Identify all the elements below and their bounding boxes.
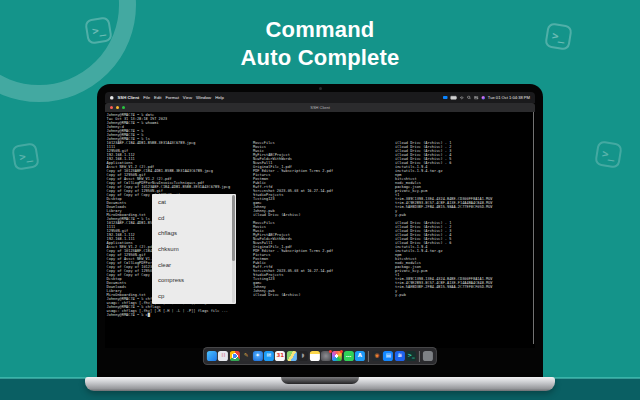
menu-bar: SSH Client File Edit Format View Window … xyxy=(105,92,535,103)
keynote-icon[interactable]: ▤ xyxy=(383,351,393,361)
app-store-icon[interactable]: A xyxy=(355,351,365,361)
menu-item-edit[interactable]: Edit xyxy=(154,95,161,100)
search-icon[interactable] xyxy=(467,96,471,100)
dropdown-scrollbar-thumb[interactable] xyxy=(232,195,235,261)
autocomplete-item-cat[interactable]: cat xyxy=(152,194,236,210)
settings-icon[interactable] xyxy=(321,351,331,361)
notes-icon[interactable] xyxy=(309,351,319,361)
laptop-base xyxy=(85,377,555,391)
title-line-1: Command xyxy=(0,16,640,44)
autocomplete-item-cd[interactable]: cd xyxy=(152,210,236,226)
maps-icon[interactable] xyxy=(287,351,297,361)
window-title: SSH Client xyxy=(310,105,330,110)
terminal-viewport[interactable]: Johnny@RMAC74 ~ % date Tue Oct 31 13:28:… xyxy=(105,112,535,348)
menu-app-name[interactable]: SSH Client xyxy=(118,95,140,100)
menu-item-file[interactable]: File xyxy=(143,95,150,100)
terminal-output-middle: MoveeFiles Movies Music MyFirstABCProjec… xyxy=(253,113,333,297)
autocomplete-item-cp[interactable]: cp xyxy=(152,288,236,304)
terminal-deco-icon: >_ xyxy=(594,140,623,169)
menu-clock[interactable]: Tue 01 Oct 1:04:38 PM xyxy=(488,95,530,100)
marketing-banner: >_ >_ >_ >_ Command Auto Complete SSH Cl… xyxy=(0,0,640,400)
battery-icon[interactable] xyxy=(450,96,456,100)
page-title: Command Auto Complete xyxy=(0,16,640,72)
autocomplete-item-clear[interactable]: clear xyxy=(152,257,236,273)
webcam-icon xyxy=(319,87,322,90)
docker-icon[interactable]: ≋ xyxy=(395,351,405,361)
control-center-icon[interactable] xyxy=(474,96,479,100)
ssh-terminal-icon[interactable]: >_ xyxy=(406,351,416,361)
chrome-icon[interactable] xyxy=(230,351,240,361)
menu-item-format[interactable]: Format xyxy=(165,95,178,100)
trash-icon[interactable] xyxy=(423,351,433,361)
screen-mirroring-icon[interactable] xyxy=(443,96,448,99)
window-title-bar[interactable]: SSH Client xyxy=(105,103,535,112)
autocomplete-item-chksum[interactable]: chksum xyxy=(152,241,236,257)
laptop-screen: SSH Client File Edit Format View Window … xyxy=(97,84,543,378)
terminal-deco-icon: >_ xyxy=(11,142,40,171)
mail-icon[interactable]: ✉ xyxy=(264,351,274,361)
dock: ∷✎✦✉31◗…A◉▤≋>_ xyxy=(203,347,437,365)
quicktime-icon[interactable]: ◗ xyxy=(298,351,308,361)
laptop-hinge-notch xyxy=(281,377,359,384)
menu-item-view[interactable]: View xyxy=(183,95,192,100)
apple-menu-icon[interactable] xyxy=(110,96,114,100)
launchpad-icon[interactable]: ∷ xyxy=(218,351,228,361)
menu-item-window[interactable]: Window xyxy=(196,95,211,100)
calendar-icon[interactable]: 31 xyxy=(275,351,285,361)
window-scrollbar[interactable] xyxy=(533,112,534,344)
dock-separator xyxy=(368,351,369,362)
finder-icon[interactable] xyxy=(207,351,217,361)
notes-dark-icon[interactable]: ✎ xyxy=(241,351,251,361)
autocomplete-dropdown: cat cd chflags chksum clear compress cp xyxy=(152,194,236,304)
menu-item-help[interactable]: Help xyxy=(215,95,224,100)
messages-icon[interactable]: … xyxy=(344,351,354,361)
wifi-icon[interactable] xyxy=(459,96,464,100)
title-line-2: Auto Complete xyxy=(0,44,640,72)
photos-icon[interactable] xyxy=(332,351,342,361)
autocomplete-item-compress[interactable]: compress xyxy=(152,272,236,288)
siri-icon[interactable] xyxy=(481,96,485,100)
github-icon[interactable]: ◉ xyxy=(372,351,382,361)
terminal-output-right: iCloud Drive (Archive) - 1 iCloud Drive … xyxy=(395,113,493,297)
dock-separator xyxy=(419,351,420,362)
autocomplete-item-chflags[interactable]: chflags xyxy=(152,225,236,241)
safari-icon[interactable]: ✦ xyxy=(252,351,262,361)
